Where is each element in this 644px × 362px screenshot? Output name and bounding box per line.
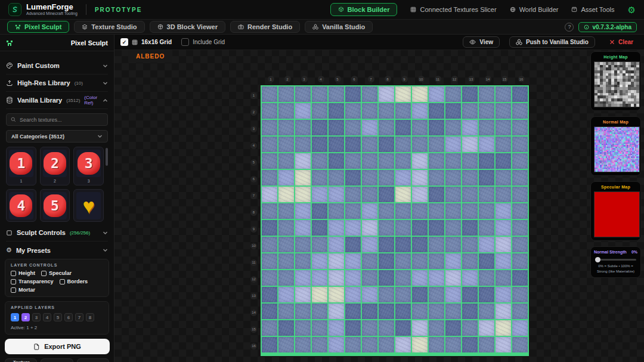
- block-builder-button[interactable]: Block Builder: [330, 3, 398, 16]
- pixel-cell-r8-c4[interactable]: [312, 203, 327, 219]
- pixel-cell-r5-c12[interactable]: [445, 153, 461, 169]
- texture-tile-3[interactable]: 33: [73, 147, 104, 185]
- pixel-cell-r7-c12[interactable]: [445, 187, 461, 202]
- pixel-cell-r5-c6[interactable]: [345, 153, 361, 169]
- pixel-cell-r10-c14[interactable]: [479, 237, 494, 252]
- pixel-cell-r7-c14[interactable]: [479, 187, 494, 202]
- pixel-cell-r1-c5[interactable]: [329, 86, 344, 102]
- pixel-cell-r16-c14[interactable]: [479, 337, 494, 352]
- pixel-cell-r16-c15[interactable]: [496, 337, 511, 352]
- pixel-cell-r8-c15[interactable]: [496, 203, 511, 219]
- pixel-cell-r12-c11[interactable]: [429, 270, 444, 286]
- pixel-cell-r7-c4[interactable]: [312, 187, 327, 202]
- tiles-scrollbar[interactable]: [106, 148, 108, 166]
- settings-gear-icon[interactable]: ⚙: [628, 5, 636, 14]
- pixel-cell-r13-c10[interactable]: [412, 287, 428, 302]
- pixel-cell-r8-c1[interactable]: [262, 203, 277, 219]
- pixel-cell-r7-c15[interactable]: [496, 187, 511, 202]
- pixel-cell-r10-c8[interactable]: [379, 237, 394, 252]
- pixel-cell-r8-c2[interactable]: [278, 203, 294, 219]
- pixel-cell-r12-c9[interactable]: [395, 270, 411, 286]
- pixel-cell-r4-c4[interactable]: [312, 137, 327, 152]
- pixel-cell-r13-c15[interactable]: [496, 287, 511, 302]
- pixel-cell-r16-c3[interactable]: [295, 337, 311, 352]
- pixel-cell-r10-c9[interactable]: [395, 237, 411, 252]
- pixel-cell-r6-c13[interactable]: [462, 170, 478, 185]
- pixel-cell-r15-c13[interactable]: [462, 320, 478, 336]
- tab-3d-block-viewer[interactable]: 3D Block Viewer: [150, 21, 225, 33]
- pixel-cell-r16-c13[interactable]: [462, 337, 478, 352]
- pixel-cell-r6-c12[interactable]: [445, 170, 461, 185]
- pixel-cell-r12-c7[interactable]: [362, 270, 377, 286]
- normal-map-preview[interactable]: [594, 126, 640, 172]
- pixel-cell-r16-c10[interactable]: [412, 337, 428, 352]
- pixel-cell-r4-c7[interactable]: [362, 137, 377, 152]
- pixel-cell-r1-c16[interactable]: [512, 86, 528, 102]
- pixel-cell-r13-c14[interactable]: [479, 287, 494, 302]
- pixel-cell-r2-c15[interactable]: [496, 103, 511, 119]
- pixel-cell-r12-c14[interactable]: [479, 270, 494, 286]
- height-map-preview[interactable]: [594, 61, 640, 107]
- pixel-cell-r2-c5[interactable]: [329, 103, 344, 119]
- pixel-cell-r3-c5[interactable]: [329, 120, 344, 135]
- pixel-cell-r13-c11[interactable]: [429, 287, 444, 302]
- accordion-my-presets[interactable]: ⚙ My Presets: [6, 242, 108, 259]
- pixel-cell-r9-c5[interactable]: [329, 220, 344, 236]
- pixel-cell-r14-c6[interactable]: [345, 304, 361, 319]
- pixel-cell-r16-c7[interactable]: [362, 337, 377, 352]
- pixel-cell-r8-c11[interactable]: [429, 203, 444, 219]
- pixel-cell-r14-c16[interactable]: [512, 304, 528, 319]
- pixel-cell-r5-c15[interactable]: [496, 153, 511, 169]
- pixel-cell-r13-c8[interactable]: [379, 287, 394, 302]
- pixel-cell-r15-c4[interactable]: [312, 320, 327, 336]
- pixel-cell-r2-c2[interactable]: [278, 103, 294, 119]
- pixel-cell-r1-c13[interactable]: [462, 86, 478, 102]
- pixel-cell-r8-c10[interactable]: [412, 203, 428, 219]
- pixel-cell-r16-c5[interactable]: [329, 337, 344, 352]
- pixel-cell-r12-c10[interactable]: [412, 270, 428, 286]
- footer-render-button[interactable]: Render: [77, 358, 109, 362]
- search-input[interactable]: [20, 117, 103, 123]
- pixel-cell-r16-c1[interactable]: [262, 337, 277, 352]
- pixel-cell-r6-c3[interactable]: [295, 170, 311, 185]
- pixel-cell-r14-c8[interactable]: [379, 304, 394, 319]
- pixel-cell-r8-c7[interactable]: [362, 203, 377, 219]
- layer-checkbox-mortar[interactable]: Mortar: [11, 287, 35, 293]
- applied-layer-button-8[interactable]: 8: [86, 313, 94, 321]
- pixel-cell-r4-c11[interactable]: [429, 137, 444, 152]
- pixel-cell-r7-c5[interactable]: [329, 187, 344, 202]
- specular-map-preview[interactable]: [594, 191, 640, 237]
- pixel-cell-r8-c13[interactable]: [462, 203, 478, 219]
- normal-strength-slider[interactable]: [595, 257, 636, 262]
- applied-layer-button-3[interactable]: 3: [32, 313, 41, 321]
- pixel-cell-r15-c8[interactable]: [379, 320, 394, 336]
- pixel-cell-r10-c7[interactable]: [362, 237, 377, 252]
- pixel-cell-r2-c6[interactable]: [345, 103, 361, 119]
- layer-checkbox-borders[interactable]: Borders: [60, 279, 88, 284]
- pixel-cell-r11-c16[interactable]: [512, 253, 528, 269]
- pixel-cell-r4-c9[interactable]: [395, 137, 411, 152]
- pixel-cell-r6-c6[interactable]: [345, 170, 361, 185]
- pixel-cell-r3-c3[interactable]: [295, 120, 311, 135]
- pixel-cell-r11-c3[interactable]: [295, 253, 311, 269]
- applied-layer-button-5[interactable]: 5: [54, 313, 62, 321]
- pixel-cell-r4-c10[interactable]: [412, 137, 428, 152]
- pixel-cell-r9-c8[interactable]: [379, 220, 394, 236]
- pixel-cell-r3-c2[interactable]: [278, 120, 294, 135]
- pixel-cell-r4-c8[interactable]: [379, 137, 394, 152]
- pixel-cell-r13-c6[interactable]: [345, 287, 361, 302]
- pixel-cell-r9-c2[interactable]: [278, 220, 294, 236]
- pixel-cell-r4-c6[interactable]: [345, 137, 361, 152]
- pixel-cell-r9-c16[interactable]: [512, 220, 528, 236]
- pixel-cell-r7-c13[interactable]: [462, 187, 478, 202]
- pixel-cell-r9-c13[interactable]: [462, 220, 478, 236]
- applied-layer-button-2[interactable]: 2: [21, 313, 30, 321]
- pixel-cell-r4-c1[interactable]: [262, 137, 277, 152]
- pixel-cell-r8-c3[interactable]: [295, 203, 311, 219]
- pixel-cell-r6-c2[interactable]: [278, 170, 294, 185]
- pixel-cell-r15-c5[interactable]: [329, 320, 344, 336]
- pixel-cell-r3-c10[interactable]: [412, 120, 428, 135]
- pixel-cell-r2-c14[interactable]: [479, 103, 494, 119]
- pixel-cell-r13-c1[interactable]: [262, 287, 277, 302]
- pixel-cell-r12-c2[interactable]: [278, 270, 294, 286]
